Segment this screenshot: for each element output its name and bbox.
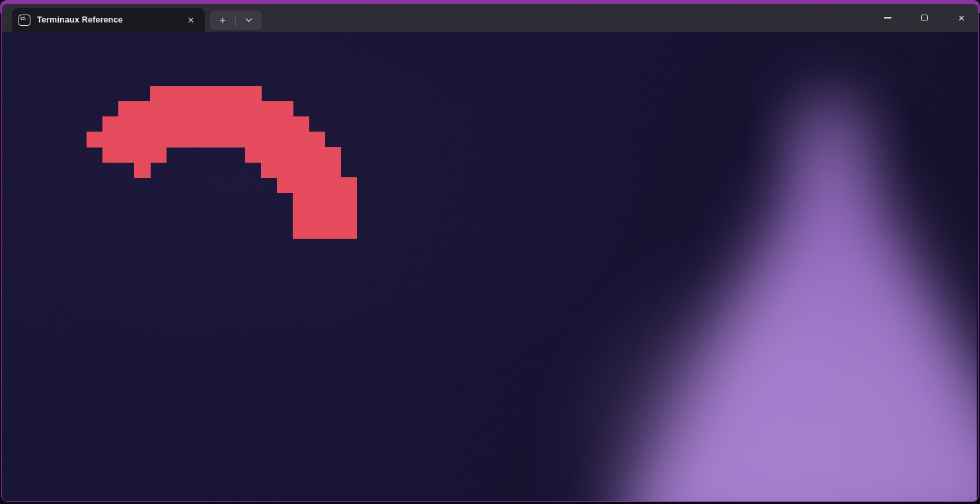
tab-close-button[interactable]: ✕ [182, 11, 200, 28]
maximize-icon [921, 15, 928, 21]
window-controls: ✕ [872, 4, 977, 32]
new-tab-button[interactable]: + [210, 11, 235, 30]
minimize-icon [884, 17, 891, 19]
tab-dropdown-button[interactable] [236, 11, 262, 30]
close-button[interactable]: ✕ [946, 4, 977, 32]
screen: c:\ Terminaux Reference ✕ + [0, 0, 980, 504]
terminal-content[interactable] [2, 32, 978, 501]
title-bar[interactable]: c:\ Terminaux Reference ✕ + [2, 4, 978, 32]
tab-title: Terminaux Reference [37, 15, 123, 24]
maximize-button[interactable] [909, 4, 940, 32]
terminal-window: c:\ Terminaux Reference ✕ + [1, 3, 979, 502]
spotlight-glow [2, 32, 977, 501]
tab-terminaux-reference[interactable]: c:\ Terminaux Reference ✕ [12, 8, 205, 32]
chevron-down-icon [245, 18, 252, 22]
new-tab-group: + [210, 11, 262, 30]
minimize-button[interactable] [872, 4, 903, 32]
command-prompt-icon: c:\ [19, 15, 30, 26]
